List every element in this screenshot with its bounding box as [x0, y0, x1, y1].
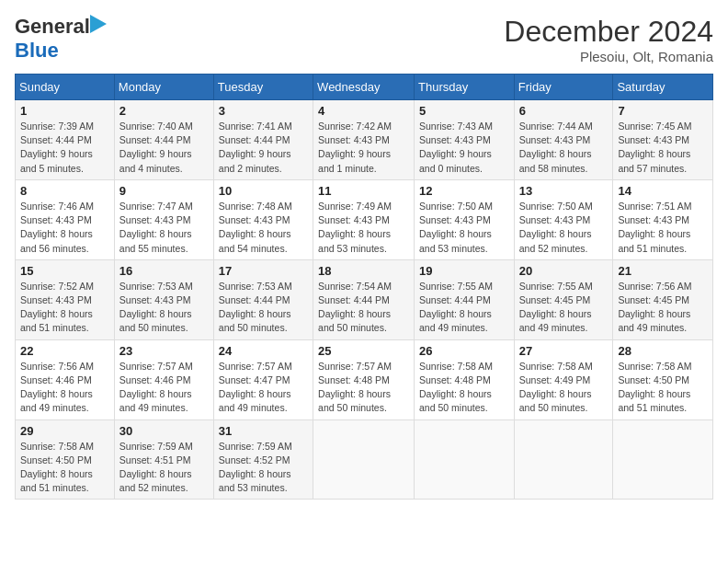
calendar-table: Sunday Monday Tuesday Wednesday Thursday… — [15, 74, 713, 500]
day-number: 11 — [318, 184, 409, 198]
calendar-cell: 11 Sunrise: 7:49 AM Sunset: 4:43 PM Dayl… — [313, 179, 415, 259]
header-row: Sunday Monday Tuesday Wednesday Thursday… — [16, 75, 713, 100]
calendar-cell: 31 Sunrise: 7:59 AM Sunset: 4:52 PM Dayl… — [213, 419, 313, 500]
calendar-cell: 25 Sunrise: 7:57 AM Sunset: 4:48 PM Dayl… — [313, 339, 415, 419]
calendar-cell: 20 Sunrise: 7:55 AM Sunset: 4:45 PM Dayl… — [514, 259, 613, 339]
day-number: 14 — [618, 184, 708, 198]
day-number: 18 — [318, 264, 409, 278]
day-number: 26 — [419, 344, 509, 358]
day-number: 4 — [318, 104, 409, 118]
day-info: Sunrise: 7:43 AM Sunset: 4:43 PM Dayligh… — [419, 120, 509, 176]
day-info: Sunrise: 7:58 AM Sunset: 4:49 PM Dayligh… — [519, 360, 609, 416]
day-info: Sunrise: 7:55 AM Sunset: 4:44 PM Dayligh… — [419, 280, 509, 336]
day-info: Sunrise: 7:41 AM Sunset: 4:44 PM Dayligh… — [219, 120, 308, 176]
calendar-cell — [415, 419, 515, 500]
day-info: Sunrise: 7:47 AM Sunset: 4:43 PM Dayligh… — [119, 200, 209, 256]
logo-general: General — [15, 15, 90, 39]
day-info: Sunrise: 7:40 AM Sunset: 4:44 PM Dayligh… — [119, 120, 209, 176]
logo: General Blue — [15, 15, 107, 63]
calendar-cell: 13 Sunrise: 7:50 AM Sunset: 4:43 PM Dayl… — [514, 179, 613, 259]
calendar-cell: 8 Sunrise: 7:46 AM Sunset: 4:43 PM Dayli… — [16, 179, 115, 259]
calendar-cell: 7 Sunrise: 7:45 AM Sunset: 4:43 PM Dayli… — [613, 100, 713, 180]
calendar-cell: 9 Sunrise: 7:47 AM Sunset: 4:43 PM Dayli… — [114, 179, 213, 259]
day-info: Sunrise: 7:50 AM Sunset: 4:43 PM Dayligh… — [419, 200, 509, 256]
calendar-cell: 29 Sunrise: 7:58 AM Sunset: 4:50 PM Dayl… — [16, 419, 115, 500]
calendar-cell — [613, 419, 713, 500]
day-number: 24 — [219, 344, 308, 358]
day-info: Sunrise: 7:48 AM Sunset: 4:43 PM Dayligh… — [219, 200, 308, 256]
calendar-cell: 28 Sunrise: 7:58 AM Sunset: 4:50 PM Dayl… — [613, 339, 713, 419]
day-info: Sunrise: 7:51 AM Sunset: 4:43 PM Dayligh… — [618, 200, 708, 256]
calendar-week-1: 1 Sunrise: 7:39 AM Sunset: 4:44 PM Dayli… — [16, 100, 713, 180]
page-header: General Blue December 2024 Plesoiu, Olt,… — [15, 15, 713, 64]
day-info: Sunrise: 7:53 AM Sunset: 4:44 PM Dayligh… — [219, 280, 308, 336]
calendar-subtitle: Plesoiu, Olt, Romania — [504, 49, 713, 64]
day-info: Sunrise: 7:45 AM Sunset: 4:43 PM Dayligh… — [618, 120, 708, 176]
calendar-header: Sunday Monday Tuesday Wednesday Thursday… — [16, 75, 713, 100]
col-wednesday: Wednesday — [313, 75, 415, 100]
day-info: Sunrise: 7:54 AM Sunset: 4:44 PM Dayligh… — [318, 280, 409, 336]
day-info: Sunrise: 7:39 AM Sunset: 4:44 PM Dayligh… — [20, 120, 109, 176]
day-number: 1 — [20, 104, 109, 118]
day-info: Sunrise: 7:44 AM Sunset: 4:43 PM Dayligh… — [519, 120, 609, 176]
day-number: 17 — [219, 264, 308, 278]
col-sunday: Sunday — [16, 75, 115, 100]
day-info: Sunrise: 7:42 AM Sunset: 4:43 PM Dayligh… — [318, 120, 409, 176]
calendar-title: December 2024 — [504, 15, 713, 49]
day-info: Sunrise: 7:58 AM Sunset: 4:48 PM Dayligh… — [419, 360, 509, 416]
day-info: Sunrise: 7:56 AM Sunset: 4:45 PM Dayligh… — [618, 280, 708, 336]
calendar-cell: 30 Sunrise: 7:59 AM Sunset: 4:51 PM Dayl… — [114, 419, 213, 500]
calendar-cell — [514, 419, 613, 500]
day-number: 27 — [519, 344, 609, 358]
calendar-cell: 21 Sunrise: 7:56 AM Sunset: 4:45 PM Dayl… — [613, 259, 713, 339]
day-number: 7 — [618, 104, 708, 118]
calendar-cell: 27 Sunrise: 7:58 AM Sunset: 4:49 PM Dayl… — [514, 339, 613, 419]
day-info: Sunrise: 7:58 AM Sunset: 4:50 PM Dayligh… — [618, 360, 708, 416]
day-info: Sunrise: 7:55 AM Sunset: 4:45 PM Dayligh… — [519, 280, 609, 336]
day-number: 28 — [618, 344, 708, 358]
logo-blue: Blue — [15, 39, 59, 62]
calendar-cell: 6 Sunrise: 7:44 AM Sunset: 4:43 PM Dayli… — [514, 100, 613, 180]
day-info: Sunrise: 7:57 AM Sunset: 4:46 PM Dayligh… — [119, 360, 209, 416]
calendar-week-4: 22 Sunrise: 7:56 AM Sunset: 4:46 PM Dayl… — [16, 339, 713, 419]
day-info: Sunrise: 7:56 AM Sunset: 4:46 PM Dayligh… — [20, 360, 109, 416]
calendar-cell: 24 Sunrise: 7:57 AM Sunset: 4:47 PM Dayl… — [213, 339, 313, 419]
day-number: 22 — [20, 344, 109, 358]
day-info: Sunrise: 7:49 AM Sunset: 4:43 PM Dayligh… — [318, 200, 409, 256]
col-tuesday: Tuesday — [213, 75, 313, 100]
day-info: Sunrise: 7:52 AM Sunset: 4:43 PM Dayligh… — [20, 280, 109, 336]
day-number: 19 — [419, 264, 509, 278]
calendar-cell: 15 Sunrise: 7:52 AM Sunset: 4:43 PM Dayl… — [16, 259, 115, 339]
calendar-cell: 2 Sunrise: 7:40 AM Sunset: 4:44 PM Dayli… — [114, 100, 213, 180]
col-saturday: Saturday — [613, 75, 713, 100]
day-number: 2 — [119, 104, 209, 118]
calendar-cell: 5 Sunrise: 7:43 AM Sunset: 4:43 PM Dayli… — [415, 100, 515, 180]
calendar-cell: 23 Sunrise: 7:57 AM Sunset: 4:46 PM Dayl… — [114, 339, 213, 419]
calendar-cell: 4 Sunrise: 7:42 AM Sunset: 4:43 PM Dayli… — [313, 100, 415, 180]
col-thursday: Thursday — [415, 75, 515, 100]
calendar-week-3: 15 Sunrise: 7:52 AM Sunset: 4:43 PM Dayl… — [16, 259, 713, 339]
day-number: 23 — [119, 344, 209, 358]
logo-arrow — [90, 15, 107, 39]
calendar-cell: 3 Sunrise: 7:41 AM Sunset: 4:44 PM Dayli… — [213, 100, 313, 180]
calendar-cell: 22 Sunrise: 7:56 AM Sunset: 4:46 PM Dayl… — [16, 339, 115, 419]
day-number: 9 — [119, 184, 209, 198]
title-block: December 2024 Plesoiu, Olt, Romania — [504, 15, 713, 64]
day-number: 3 — [219, 104, 308, 118]
day-number: 29 — [20, 424, 109, 438]
day-number: 20 — [519, 264, 609, 278]
calendar-cell: 18 Sunrise: 7:54 AM Sunset: 4:44 PM Dayl… — [313, 259, 415, 339]
day-info: Sunrise: 7:50 AM Sunset: 4:43 PM Dayligh… — [519, 200, 609, 256]
day-number: 13 — [519, 184, 609, 198]
day-number: 25 — [318, 344, 409, 358]
day-number: 31 — [219, 424, 308, 438]
calendar-week-5: 29 Sunrise: 7:58 AM Sunset: 4:50 PM Dayl… — [16, 419, 713, 500]
day-info: Sunrise: 7:59 AM Sunset: 4:51 PM Dayligh… — [119, 440, 209, 496]
day-info: Sunrise: 7:57 AM Sunset: 4:47 PM Dayligh… — [219, 360, 308, 416]
col-friday: Friday — [514, 75, 613, 100]
day-number: 30 — [119, 424, 209, 438]
day-number: 5 — [419, 104, 509, 118]
calendar-cell: 17 Sunrise: 7:53 AM Sunset: 4:44 PM Dayl… — [213, 259, 313, 339]
calendar-body: 1 Sunrise: 7:39 AM Sunset: 4:44 PM Dayli… — [16, 100, 713, 500]
day-number: 12 — [419, 184, 509, 198]
